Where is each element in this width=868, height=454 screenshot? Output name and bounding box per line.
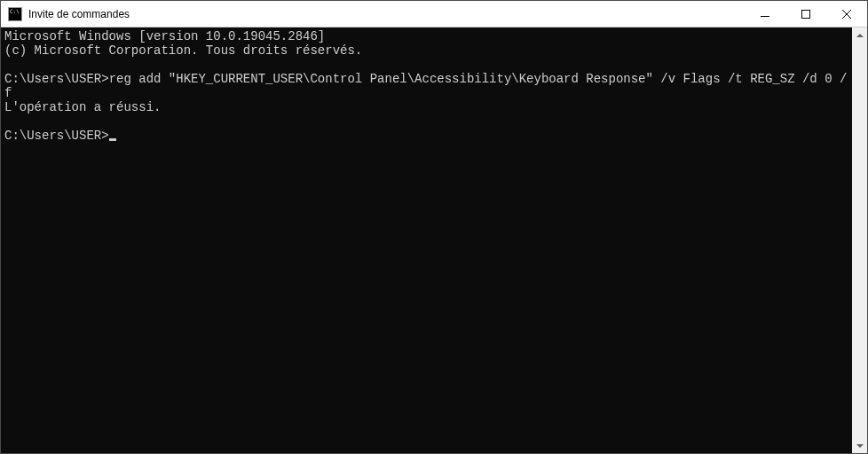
scroll-down-button[interactable] [852,438,867,453]
prompt: C:\Users\USER> [4,72,109,86]
terminal-line: Microsoft Windows [version 10.0.19045.28… [4,29,848,43]
terminal-line: C:\Users\USER> [4,129,848,143]
cmd-window: Invite de commandes Microsoft Windows [v… [0,0,868,454]
terminal-line: (c) Microsoft Corporation. Tous droits r… [4,43,848,58]
terminal-blank [4,114,848,129]
close-button[interactable] [826,1,867,27]
terminal-line: C:\Users\USER>reg add "HKEY_CURRENT_USER… [4,72,848,100]
cursor [109,138,116,141]
close-icon [842,10,851,19]
minimize-button[interactable] [745,1,785,27]
window-controls [745,1,867,27]
maximize-button[interactable] [785,1,826,27]
scroll-track[interactable] [852,43,867,438]
vertical-scrollbar[interactable] [852,27,867,453]
window-title: Invite de commandes [27,8,745,20]
chevron-up-icon [856,34,864,37]
titlebar[interactable]: Invite de commandes [1,1,867,27]
scroll-up-button[interactable] [852,27,867,43]
terminal-output[interactable]: Microsoft Windows [version 10.0.19045.28… [1,27,852,453]
cmd-icon [8,7,22,21]
terminal-blank [4,58,848,72]
chevron-down-icon [856,444,864,448]
client-area: Microsoft Windows [version 10.0.19045.28… [1,27,867,453]
terminal-line: L'opération a réussi. [4,100,848,114]
command-text: reg add "HKEY_CURRENT_USER\Control Panel… [4,72,847,100]
prompt: C:\Users\USER> [4,129,109,143]
